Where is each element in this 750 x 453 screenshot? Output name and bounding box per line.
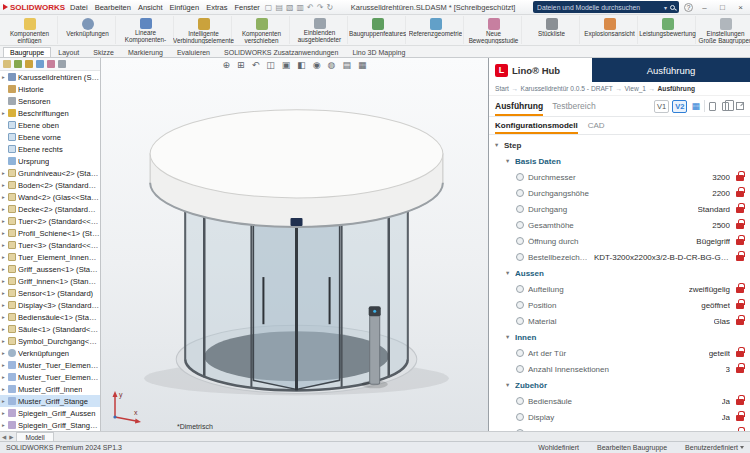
config-row[interactable]: ▾ Anzahl Innensektionen 3: [489, 361, 750, 377]
feature-tree-item[interactable]: ▸ Symbol_Durchgang<1> (Standard<<Standar…: [0, 335, 100, 347]
parameter-value[interactable]: 3200: [712, 173, 730, 182]
chevron-down-icon[interactable]: ▾: [506, 269, 515, 277]
menu-bearbeiten[interactable]: Bearbeiten: [95, 3, 131, 12]
chevron-down-icon[interactable]: ▾: [506, 157, 515, 165]
parameter-value[interactable]: 2200: [712, 189, 730, 198]
config-row[interactable]: ▾ Zubehör: [489, 377, 750, 393]
feature-tree-item[interactable]: ▸ Muster_Tuer_Element_1: [0, 371, 100, 383]
feature-tree-item[interactable]: ▸ Bediensäule<1> (Standard<<Standard>_An…: [0, 311, 100, 323]
feature-tree-item[interactable]: ▸ Beschriftungen: [0, 107, 100, 119]
feature-tree-item[interactable]: ▸ Ebene vorne: [0, 131, 100, 143]
chevron-down-icon[interactable]: ▾: [506, 381, 515, 389]
parameter-value[interactable]: KDT-3200x2200x3/2-B-D-CR-BG-Glas: [594, 253, 730, 262]
search-scope-dropdown-icon[interactable]: ▾: [664, 4, 667, 11]
feature-tree-item[interactable]: ▸ Wand<2> (Glas<<Standard>_Anzeigezustan…: [0, 191, 100, 203]
model-tab[interactable]: Modell: [16, 432, 53, 441]
config-row[interactable]: ▾ Aufteilung zweiflügelig: [489, 281, 750, 297]
bill-of-materials-button[interactable]: Stückliste: [524, 16, 580, 44]
close-button[interactable]: ×: [734, 3, 747, 12]
version-v1-button[interactable]: V1: [654, 100, 669, 113]
new-document-icon[interactable]: [709, 102, 716, 111]
feature-tree-item[interactable]: ▸ Grundniveau<2> (Standard<<Standard>_An…: [0, 167, 100, 179]
reference-geometry-button[interactable]: Referenzgeometrie: [408, 16, 464, 44]
apply-scene-icon[interactable]: ▤: [342, 60, 351, 70]
parameter-value[interactable]: zweiflügelig: [689, 285, 730, 294]
config-row[interactable]: ▾ Basis Daten: [489, 153, 750, 169]
previous-view-icon[interactable]: ↶: [252, 60, 260, 70]
view-settings-icon[interactable]: ▦: [358, 60, 367, 70]
feature-tree-item[interactable]: ▸ Ursprung: [0, 155, 100, 167]
chevron-down-icon[interactable]: ▾: [495, 141, 504, 149]
subtab-konfigurationsmodell[interactable]: Konfigurationsmodell: [495, 118, 578, 134]
parameter-value[interactable]: geöffnet: [701, 301, 730, 310]
minimize-button[interactable]: –: [698, 3, 711, 12]
parameter-value[interactable]: 2500: [712, 221, 730, 230]
featuremanager-tab-icon[interactable]: [3, 60, 11, 68]
new-file-icon[interactable]: ▢: [265, 3, 273, 12]
feature-tree-item[interactable]: ▸ Karusselldrehtüren (Standard<Anzeigezu…: [0, 71, 100, 83]
subtab-cad[interactable]: CAD: [588, 118, 605, 134]
exploded-view-button[interactable]: Explosionsansicht: [582, 16, 638, 44]
config-row[interactable]: ▾ Durchgangshöhe 2200: [489, 185, 750, 201]
menu-ansicht[interactable]: Ansicht: [138, 3, 163, 12]
move-component-button[interactable]: Komponenten verschieben: [234, 16, 290, 44]
edit-appearance-icon[interactable]: ◍: [328, 60, 336, 70]
parameter-value[interactable]: 3: [726, 365, 730, 374]
feature-tree-item[interactable]: ▸ Ebene rechts: [0, 143, 100, 155]
menu-fenster[interactable]: Fenster: [234, 3, 259, 12]
feature-tree-item[interactable]: ▸ Griff_innen<1> (Standard<<Standard>_An…: [0, 275, 100, 287]
search-box[interactable]: ▾: [533, 1, 679, 13]
tabs-scroll-right-icon[interactable]: ▶: [9, 434, 13, 440]
feature-tree-item[interactable]: ▸ Display<3> (Standard<<Standard>_Anzeig…: [0, 299, 100, 311]
view-orientation-icon[interactable]: ▣: [282, 60, 291, 70]
feature-tree-item[interactable]: ▸ Profil_Schiene<1> (Standard<<Standard>…: [0, 227, 100, 239]
tab-baugruppe[interactable]: Baugruppe: [3, 47, 51, 57]
feature-tree-item[interactable]: ▸ Tuer_Element_Innen<1> (Standard<<Stand…: [0, 251, 100, 263]
parameter-value[interactable]: Standard: [698, 205, 730, 214]
cam-tab-icon[interactable]: [58, 60, 66, 68]
feature-tree-item[interactable]: ▸ Muster_Griff_innen: [0, 383, 100, 395]
undo-icon[interactable]: ↶: [307, 3, 314, 12]
config-row[interactable]: ▾ Durchgang Standard: [489, 201, 750, 217]
hide-show-items-icon[interactable]: ◉: [313, 60, 321, 70]
feature-tree-item[interactable]: ▸ Tuer<2> (Standard<<Standard>_Anzeigezu…: [0, 215, 100, 227]
config-row[interactable]: ▾ Bestellbezeichnung KDT-3200x2200x3/2-B…: [489, 249, 750, 265]
crumb-start[interactable]: Start: [495, 85, 509, 92]
configurationmanager-tab-icon[interactable]: [25, 60, 33, 68]
search-icon[interactable]: [670, 5, 675, 10]
maximize-button[interactable]: □: [716, 3, 729, 12]
open-file-icon[interactable]: ▤: [275, 3, 283, 12]
menu-datei[interactable]: Datei: [70, 3, 88, 12]
chevron-down-icon[interactable]: ▾: [506, 333, 515, 341]
tab-layout[interactable]: Layout: [51, 47, 86, 57]
config-row[interactable]: ▾ Bediensäule Ja: [489, 393, 750, 409]
zoom-fit-icon[interactable]: ⊕: [223, 60, 231, 70]
help-button[interactable]: ?: [684, 3, 693, 12]
feature-tree-item[interactable]: ▸ Muster_Tuer_Element_innen: [0, 359, 100, 371]
lino-tab-testbereich[interactable]: Testbereich: [552, 97, 595, 116]
tab-lino-3d-mapping[interactable]: Lino 3D Mapping: [345, 47, 412, 57]
feature-tree-item[interactable]: ▸ Griff_aussen<1> (Standard<<Standard>_A…: [0, 263, 100, 275]
config-row[interactable]: ▾ Material Glas: [489, 313, 750, 329]
rebuild-icon[interactable]: ↻: [326, 3, 333, 12]
parameter-value[interactable]: Ja: [722, 397, 730, 406]
parameter-value[interactable]: geteilt: [709, 349, 730, 358]
feature-tree-item[interactable]: ▸ Muster_Griff_Stange: [0, 395, 100, 407]
feature-tree-item[interactable]: ▸ Spiegeln_Griff_Aussen: [0, 407, 100, 419]
performance-evaluation-button[interactable]: Leistungsbewertung: [640, 16, 696, 44]
feature-tree-item[interactable]: ▸ Sensoren: [0, 95, 100, 107]
lino-tab-ausfuehrung[interactable]: Ausführung: [495, 97, 543, 116]
copy-icon[interactable]: [722, 102, 729, 111]
feature-tree-item[interactable]: ▸ Tuer<3> (Standard<<Standard>_Anzeigezu…: [0, 239, 100, 251]
grid-view-icon[interactable]: ▦: [691, 101, 700, 111]
parameter-value[interactable]: Ja: [722, 413, 730, 422]
save-icon[interactable]: ▧: [286, 3, 294, 12]
config-row[interactable]: ▾ Position geöffnet: [489, 297, 750, 313]
config-row[interactable]: ▾ Innen: [489, 329, 750, 345]
menu-extras[interactable]: Extras: [206, 3, 227, 12]
tab-markierung[interactable]: Markierung: [121, 47, 170, 57]
display-style-icon[interactable]: ◧: [297, 60, 306, 70]
config-row[interactable]: ▾ Display Ja: [489, 409, 750, 425]
parameter-value[interactable]: Bügelgriff: [696, 237, 730, 246]
feature-tree-item[interactable]: ▸ Säule<1> (Standard<<Standard>_Anzeigez…: [0, 323, 100, 335]
